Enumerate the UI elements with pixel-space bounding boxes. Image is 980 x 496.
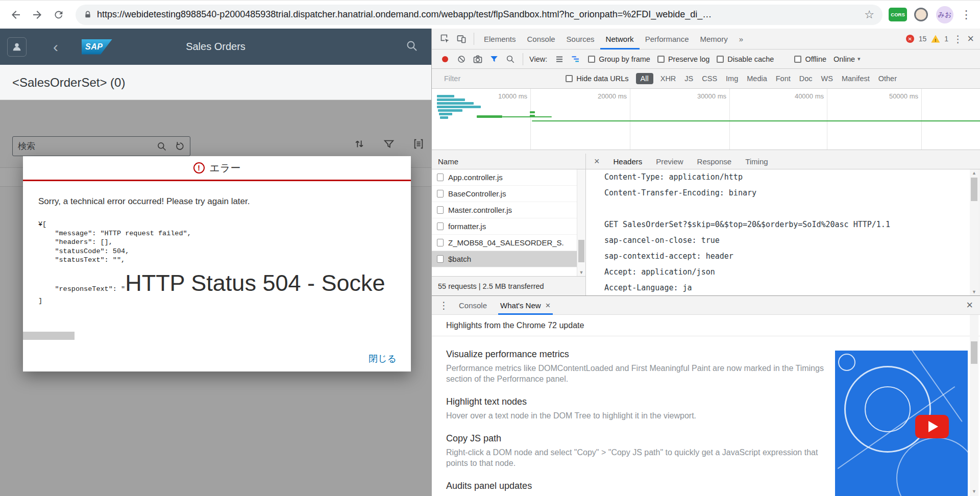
- request-row[interactable]: Z_MOB58_04_SALESORDER_S.: [432, 235, 585, 251]
- filter-pill-css[interactable]: CSS: [702, 75, 717, 83]
- tab-sources[interactable]: Sources: [561, 29, 600, 49]
- close-tab-icon[interactable]: ×: [546, 301, 551, 310]
- error-dialog-title: エラー: [210, 161, 241, 175]
- device-toolbar-button[interactable]: [453, 31, 470, 47]
- tab-performance[interactable]: Performance: [640, 29, 695, 49]
- headers-scrollbar[interactable]: ▲ ▼: [970, 169, 978, 295]
- filter-pill-img[interactable]: Img: [726, 75, 738, 83]
- request-row[interactable]: App.controller.js: [432, 169, 585, 186]
- network-overview[interactable]: 10000 ms 20000 ms 30000 ms 40000 ms 5000…: [432, 89, 980, 150]
- scrollbar-thumb[interactable]: [578, 240, 584, 262]
- view-list-icon[interactable]: [551, 51, 568, 67]
- request-row[interactable]: Master.controller.js: [432, 202, 585, 218]
- close-detail-icon[interactable]: ×: [594, 157, 600, 166]
- back-button[interactable]: [5, 4, 27, 26]
- shell-back-button[interactable]: ‹: [53, 39, 58, 55]
- scrollbar-thumb[interactable]: [971, 341, 977, 364]
- section-title[interactable]: Audits panel updates: [446, 481, 824, 491]
- requests-scrollbar[interactable]: ▼: [577, 169, 585, 276]
- more-tabs-button[interactable]: »: [733, 29, 749, 49]
- tab-preview[interactable]: Preview: [656, 157, 683, 166]
- search-icon: [406, 40, 418, 52]
- dialog-horizontal-scrollbar[interactable]: [23, 332, 75, 340]
- scroll-down-icon[interactable]: ▼: [970, 489, 978, 494]
- scrollbar-thumb[interactable]: [971, 178, 977, 201]
- drawer-menu-icon[interactable]: ⋮: [439, 301, 449, 310]
- dialog-close-button[interactable]: 閉じる: [369, 353, 397, 365]
- tab-response[interactable]: Response: [697, 157, 732, 166]
- youtube-play-button[interactable]: [915, 415, 949, 438]
- profile-avatar[interactable]: みお: [936, 6, 953, 23]
- scroll-down-icon[interactable]: ▼: [970, 289, 978, 294]
- whats-new-video-thumbnail[interactable]: [835, 351, 968, 496]
- error-icon: !: [193, 162, 205, 173]
- extension-icon[interactable]: [914, 8, 928, 21]
- tab-elements[interactable]: Elements: [478, 29, 522, 49]
- gridline: [530, 89, 531, 150]
- header-line: sap-contextid-accept: header: [604, 249, 971, 264]
- filter-pill-ws[interactable]: WS: [821, 75, 833, 83]
- tab-timing[interactable]: Timing: [745, 157, 768, 166]
- forward-button[interactable]: [27, 4, 48, 26]
- devtools-menu-icon[interactable]: ⋮: [953, 34, 963, 44]
- throttling-dropdown[interactable]: Online ▾: [834, 55, 860, 63]
- filter-pill-font[interactable]: Font: [776, 75, 791, 83]
- sap-shell-bar: ‹ SAP Sales Orders: [0, 29, 431, 65]
- group-by-frame-checkbox[interactable]: [588, 56, 595, 63]
- section-title[interactable]: Copy JS path: [446, 433, 824, 444]
- offline-checkbox[interactable]: [794, 56, 801, 63]
- error-count: 15: [919, 35, 927, 43]
- header-line: Content-Transfer-Encoding: binary: [604, 185, 971, 201]
- drawer-tab-whats-new[interactable]: What's New ×: [498, 296, 553, 315]
- gridline: [921, 89, 922, 150]
- browser-menu-icon[interactable]: ⋮: [961, 8, 972, 21]
- user-button[interactable]: [7, 37, 27, 57]
- view-waterfall-icon[interactable]: [568, 51, 584, 67]
- filter-pill-xhr[interactable]: XHR: [660, 75, 676, 83]
- filter-pill-manifest[interactable]: Manifest: [842, 75, 870, 83]
- error-detail-block: ¥[ "message": "HTTP request failed", "he…: [38, 220, 396, 305]
- address-bar[interactable]: https://webidetesting8988540-p2000485938…: [76, 5, 883, 25]
- hide-data-urls-checkbox[interactable]: [566, 75, 573, 82]
- request-row-selected[interactable]: $batch: [432, 251, 585, 267]
- cors-extension-icon[interactable]: CORS: [889, 8, 907, 21]
- bookmark-star-icon[interactable]: ☆: [864, 9, 874, 20]
- reload-button[interactable]: [48, 4, 69, 26]
- scroll-up-icon[interactable]: ▲: [970, 170, 978, 176]
- tab-console[interactable]: Console: [522, 29, 561, 49]
- devtools-close-icon[interactable]: ×: [967, 33, 974, 44]
- filter-pill-other[interactable]: Other: [878, 75, 897, 83]
- filter-button[interactable]: [486, 51, 502, 67]
- tab-network[interactable]: Network: [600, 29, 640, 49]
- console-warning-icon[interactable]: !: [931, 35, 940, 43]
- disable-cache-label: Disable cache: [727, 55, 774, 63]
- section-title[interactable]: Visualize performance metrics: [446, 349, 824, 360]
- network-search-button[interactable]: [502, 51, 519, 67]
- tab-memory[interactable]: Memory: [695, 29, 733, 49]
- url-text[interactable]: https://webidetesting8988540-p2000485938…: [97, 9, 859, 20]
- filter-pill-media[interactable]: Media: [747, 75, 767, 83]
- filter-pill-doc[interactable]: Doc: [799, 75, 813, 83]
- drawer-scrollbar[interactable]: ▼: [970, 315, 978, 496]
- tab-headers[interactable]: Headers: [614, 157, 643, 166]
- capture-screenshots-button[interactable]: [470, 51, 486, 67]
- console-error-icon[interactable]: ✕: [906, 35, 914, 43]
- disable-cache-checkbox[interactable]: [717, 56, 724, 63]
- shell-search-button[interactable]: [406, 40, 418, 54]
- requests-name-header[interactable]: Name: [432, 154, 586, 169]
- filter-input[interactable]: Filter: [444, 75, 460, 83]
- request-row[interactable]: formatter.js: [432, 218, 585, 235]
- clear-button[interactable]: [453, 51, 470, 67]
- filter-pill-all[interactable]: All: [636, 73, 653, 84]
- request-row[interactable]: BaseController.js: [432, 186, 585, 202]
- scroll-down-icon[interactable]: ▼: [577, 270, 585, 275]
- drawer-close-icon[interactable]: ×: [966, 300, 973, 311]
- inspect-element-button[interactable]: [437, 31, 453, 47]
- section-title[interactable]: Highlight text nodes: [446, 396, 824, 407]
- whats-new-content: Visualize performance metrics Performanc…: [432, 337, 980, 496]
- record-button[interactable]: [437, 51, 453, 67]
- drawer-tab-console[interactable]: Console: [457, 296, 489, 315]
- sap-logo-text: SAP: [85, 42, 103, 52]
- filter-pill-js[interactable]: JS: [684, 75, 693, 83]
- preserve-log-checkbox[interactable]: [657, 56, 665, 63]
